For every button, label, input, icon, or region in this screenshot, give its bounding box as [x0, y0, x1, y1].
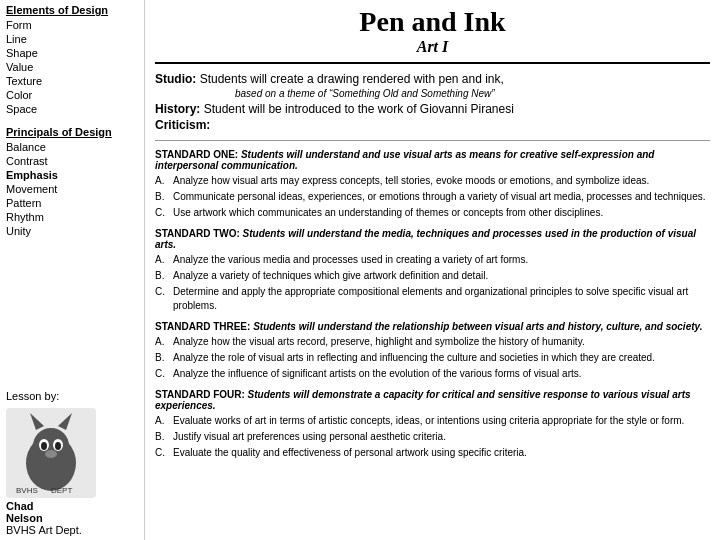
sidebar-item-unity[interactable]: Unity: [6, 224, 138, 238]
sidebar-item-shape[interactable]: Shape: [6, 46, 138, 60]
standard-title-1: STANDARD ONE: Students will understand a…: [155, 149, 710, 171]
standard-3-item-3: C.Analyze the influence of significant a…: [155, 367, 710, 381]
sidebar-item-contrast[interactable]: Contrast: [6, 154, 138, 168]
sidebar-item-texture[interactable]: Texture: [6, 74, 138, 88]
standard-3-item-2: B.Analyze the role of visual arts in ref…: [155, 351, 710, 365]
standard-2-item-3: C.Determine and apply the appropriate co…: [155, 285, 710, 313]
svg-text:DEPT: DEPT: [51, 486, 72, 495]
sidebar-item-rhythm[interactable]: Rhythm: [6, 210, 138, 224]
main-content: Pen and Ink Art I Studio: Students will …: [145, 0, 720, 540]
standard-2-item-1: A.Analyze the various media and processe…: [155, 253, 710, 267]
svg-point-9: [45, 450, 57, 458]
page-header: Pen and Ink Art I: [155, 6, 710, 64]
sidebar-item-balance[interactable]: Balance: [6, 140, 138, 154]
svg-point-7: [41, 442, 47, 450]
studio-line: Studio: Students will create a drawing r…: [155, 72, 710, 86]
standard-block-3: STANDARD THREE: Students will understand…: [155, 321, 710, 381]
standard-block-2: STANDARD TWO: Students will understand t…: [155, 228, 710, 313]
svg-point-2: [33, 428, 69, 464]
page-subtitle: Art I: [155, 38, 710, 56]
standard-4-item-3: C.Evaluate the quality and effectiveness…: [155, 446, 710, 460]
standard-block-1: STANDARD ONE: Students will understand a…: [155, 149, 710, 220]
svg-text:BVHS: BVHS: [16, 486, 38, 495]
sidebar-item-emphasis[interactable]: Emphasis: [6, 168, 138, 182]
svg-point-8: [55, 442, 61, 450]
sidebar-item-movement[interactable]: Movement: [6, 182, 138, 196]
sidebar-bottom: Lesson by: BVHS DEPT Chad Nelson BVHS Ar…: [6, 382, 138, 536]
sidebar: Elements of Design Form Line Shape Value…: [0, 0, 145, 540]
standard-4-item-1: A.Evaluate works of art in terms of arti…: [155, 414, 710, 428]
sidebar-item-line[interactable]: Line: [6, 32, 138, 46]
standard-title-3: STANDARD THREE: Students will understand…: [155, 321, 710, 332]
history-label: History:: [155, 102, 200, 116]
sidebar-item-pattern[interactable]: Pattern: [6, 196, 138, 210]
teacher-first: Chad: [6, 500, 138, 512]
sidebar-item-color[interactable]: Color: [6, 88, 138, 102]
history-line: History: Student will be introduced to t…: [155, 102, 710, 116]
lesson-by-label: Lesson by:: [6, 390, 138, 402]
standard-title-4: STANDARD FOUR: Students will demonstrate…: [155, 389, 710, 411]
criticism-line: Criticism:: [155, 118, 710, 132]
standard-1-item-2: B.Communicate personal ideas, experience…: [155, 190, 710, 204]
standard-2-item-2: B.Analyze a variety of techniques which …: [155, 269, 710, 283]
page-title: Pen and Ink: [155, 6, 710, 38]
sidebar-section2-title: Principals of Design: [6, 126, 138, 138]
standard-1-item-1: A.Analyze how visual arts may express co…: [155, 174, 710, 188]
standard-4-item-2: B.Justify visual art preferences using p…: [155, 430, 710, 444]
criticism-label: Criticism:: [155, 118, 210, 132]
sidebar-section1-title: Elements of Design: [6, 4, 138, 16]
school-info: BVHS Art Dept.: [6, 524, 138, 536]
standard-1-item-3: C.Use artwork which communicates an unde…: [155, 206, 710, 220]
standard-block-4: STANDARD FOUR: Students will demonstrate…: [155, 389, 710, 460]
studio-label: Studio:: [155, 72, 196, 86]
standard-3-item-1: A.Analyze how the visual arts record, pr…: [155, 335, 710, 349]
standard-title-2: STANDARD TWO: Students will understand t…: [155, 228, 710, 250]
wolf-illustration: BVHS DEPT: [6, 408, 96, 498]
teacher-last: Nelson: [6, 512, 138, 524]
studio-text2: based on a theme of “Something Old and S…: [155, 88, 710, 99]
standards-container: STANDARD ONE: Students will understand a…: [155, 149, 710, 460]
history-text: Student will be introduced to the work o…: [204, 102, 514, 116]
sidebar-item-space[interactable]: Space: [6, 102, 138, 116]
intro-block: Studio: Students will create a drawing r…: [155, 72, 710, 141]
sidebar-item-form[interactable]: Form: [6, 18, 138, 32]
studio-text1: Students will create a drawing rendered …: [200, 72, 504, 86]
sidebar-item-value[interactable]: Value: [6, 60, 138, 74]
